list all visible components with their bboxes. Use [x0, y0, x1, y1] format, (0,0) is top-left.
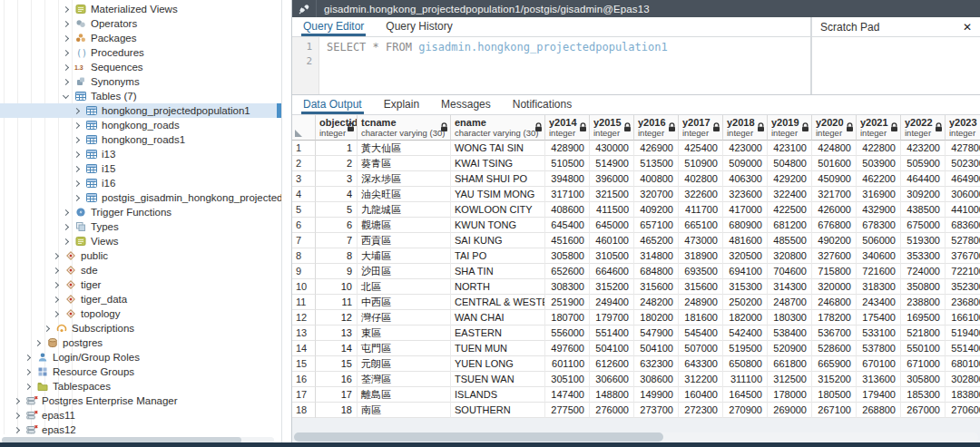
grid-cell[interactable]: 9 — [316, 264, 358, 279]
grid-cell[interactable]: 424800 — [812, 141, 857, 156]
tree-item-topology[interactable]: topology — [0, 306, 281, 321]
grid-cell[interactable]: 306600 — [590, 372, 634, 387]
tab-notifications[interactable]: Notifications — [511, 95, 573, 114]
tree-item-procedures[interactable]: ()Procedures — [0, 45, 281, 60]
grid-cell[interactable]: 15 — [316, 356, 358, 372]
grid-cell[interactable]: 408600 — [545, 202, 590, 218]
grid-cell[interactable]: 650800 — [723, 356, 768, 372]
grid-cell[interactable]: 504800 — [768, 156, 812, 171]
grid-cell[interactable]: 179700 — [590, 310, 634, 326]
grid-cell[interactable]: SOUTHERN — [451, 403, 545, 418]
tree-item-login-group-roles[interactable]: Login/Group Roles — [0, 350, 281, 364]
grid-cell[interactable]: 464400 — [901, 171, 946, 187]
grid-cell[interactable]: SHAM SHUI PO — [451, 171, 545, 187]
grid-cell[interactable]: 671000 — [901, 356, 946, 372]
grid-cell[interactable]: 438500 — [901, 202, 946, 218]
grid-cell[interactable]: 510500 — [545, 156, 590, 171]
column-header-tcname[interactable]: tcnamecharacter varying (30) — [358, 115, 451, 141]
tree-item-tables-7[interactable]: Tables (7) — [0, 89, 281, 103]
chevron-right-icon[interactable] — [53, 267, 59, 273]
grid-cell[interactable]: 409200 — [634, 202, 679, 218]
tree-item-subscriptions[interactable]: Subscriptions — [0, 321, 281, 335]
grid-cell[interactable]: 504100 — [634, 341, 679, 356]
grid-cell[interactable]: 681200 — [768, 218, 812, 233]
chevron-right-icon[interactable] — [63, 63, 69, 70]
tree-item-operators[interactable]: Operators — [0, 16, 281, 31]
grid-cell[interactable]: 316900 — [857, 187, 901, 202]
grid-cell[interactable]: 694100 — [723, 264, 768, 279]
grid-cell[interactable]: YUEN LONG — [451, 356, 545, 372]
chevron-right-icon[interactable] — [74, 165, 80, 171]
tree-item-i13[interactable]: i13 — [0, 147, 281, 161]
grid-cell[interactable]: 320700 — [634, 187, 679, 202]
grid-cell[interactable]: 油尖旺區 — [358, 187, 451, 202]
tree-item-tiger-data[interactable]: tiger_data — [0, 292, 281, 306]
column-header-objectid[interactable]: objectidinteger — [316, 115, 358, 141]
grid-cell[interactable]: 180200 — [634, 310, 679, 326]
column-header-y2019[interactable]: y2019integer — [768, 115, 812, 141]
select-all-corner[interactable] — [292, 115, 316, 141]
tree-item-i15[interactable]: i15 — [0, 161, 281, 176]
grid-cell[interactable]: 665900 — [812, 356, 857, 372]
grid-cell[interactable]: 400800 — [634, 171, 679, 187]
grid-cell[interactable]: 深水埗區 — [358, 171, 451, 187]
grid-cell[interactable]: 320800 — [768, 248, 812, 264]
tree-item-types[interactable]: Types — [0, 219, 281, 234]
grid-cell[interactable]: 147400 — [545, 387, 590, 403]
grid-cell[interactable]: 432900 — [857, 202, 901, 218]
grid-cell[interactable]: 632300 — [634, 356, 679, 372]
grid-cell[interactable]: 528600 — [812, 341, 857, 356]
column-header-y2022[interactable]: y2022integer — [901, 115, 946, 141]
grid-cell[interactable]: 180300 — [768, 310, 812, 326]
grid-cell[interactable]: 元朗區 — [358, 356, 451, 372]
row-number[interactable]: 11 — [292, 295, 316, 310]
grid-cell[interactable]: 722100 — [946, 264, 980, 279]
row-number[interactable]: 5 — [292, 202, 316, 218]
grid-cell[interactable]: 248200 — [634, 295, 679, 310]
grid-cell[interactable]: 715800 — [812, 264, 857, 279]
grid-cell[interactable]: 243400 — [857, 295, 901, 310]
grid-cell[interactable]: 657100 — [634, 218, 679, 233]
grid-cell[interactable]: 680100 — [946, 356, 980, 372]
column-header-y2016[interactable]: y2016integer — [634, 115, 679, 141]
grid-cell[interactable]: KWAI TSING — [451, 156, 545, 171]
chevron-right-icon[interactable] — [63, 49, 69, 55]
grid-cell[interactable]: 645000 — [590, 218, 634, 233]
panel-splitter[interactable] — [282, 0, 291, 447]
row-number[interactable]: 8 — [292, 248, 316, 264]
tree-item-postgres-enterprise-manager[interactable]: Postgres Enterprise Manager — [0, 394, 281, 408]
grid-cell[interactable]: EASTERN — [451, 326, 545, 341]
chevron-right-icon[interactable] — [74, 180, 80, 186]
grid-cell[interactable]: 11 — [316, 295, 358, 310]
grid-cell[interactable]: 灣仔區 — [358, 310, 451, 326]
grid-cell[interactable]: 沙田區 — [358, 264, 451, 279]
grid-cell[interactable]: 451600 — [545, 233, 590, 248]
chevron-right-icon[interactable] — [24, 354, 31, 360]
grid-cell[interactable]: 149900 — [634, 387, 679, 403]
grid-cell[interactable]: 314800 — [634, 248, 679, 264]
scratch-pad-input[interactable] — [812, 37, 980, 94]
chevron-right-icon[interactable] — [24, 383, 31, 389]
chevron-right-icon[interactable] — [24, 368, 31, 374]
close-icon[interactable]: ✕ — [963, 21, 972, 34]
grid-cell[interactable]: 352300 — [946, 279, 980, 295]
grid-cell[interactable]: 551400 — [946, 341, 980, 356]
tree-item-tablespaces[interactable]: Tablespaces — [0, 379, 281, 394]
grid-cell[interactable]: 721600 — [857, 264, 901, 279]
grid-cell[interactable]: 320000 — [812, 279, 857, 295]
grid-cell[interactable]: 661800 — [768, 356, 812, 372]
grid-cell[interactable]: 533100 — [857, 326, 901, 341]
grid-cell[interactable]: 166100 — [946, 310, 980, 326]
scrollbar-thumb[interactable] — [294, 432, 663, 442]
grid-cell[interactable]: 683600 — [946, 218, 980, 233]
grid-cell[interactable]: KWUN TONG — [451, 218, 545, 233]
grid-cell[interactable]: 427800 — [946, 141, 980, 156]
chevron-right-icon[interactable] — [14, 412, 20, 418]
grid-cell[interactable]: 269000 — [768, 403, 812, 418]
tree-item-epas11[interactable]: epas11 — [0, 408, 281, 423]
grid-cell[interactable]: NORTH — [451, 279, 545, 295]
chevron-right-icon[interactable] — [53, 252, 59, 258]
grid-cell[interactable]: 312200 — [679, 372, 723, 387]
grid-cell[interactable]: 312500 — [768, 372, 812, 387]
chevron-right-icon[interactable] — [63, 5, 69, 12]
